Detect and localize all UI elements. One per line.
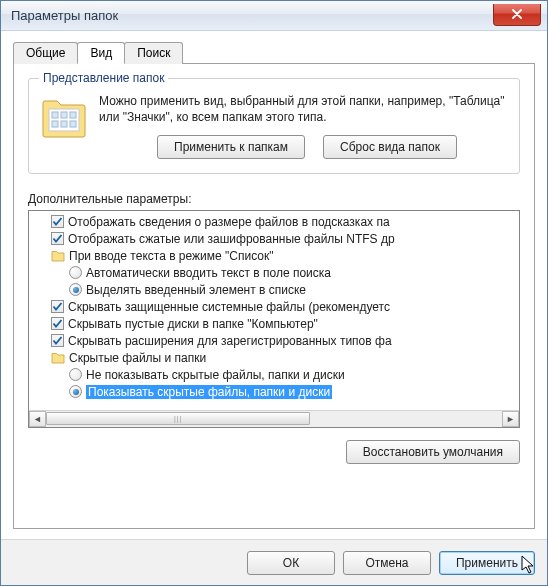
folder-options-dialog: Параметры папок Общие Вид Поиск Представ…: [0, 0, 548, 586]
titlebar[interactable]: Параметры папок: [1, 1, 547, 31]
apply-button[interactable]: Применить: [439, 551, 535, 575]
svg-rect-5: [61, 121, 67, 127]
checkbox[interactable]: [51, 334, 64, 347]
svg-rect-2: [61, 112, 67, 118]
checkbox[interactable]: [51, 232, 64, 245]
svg-rect-3: [70, 112, 76, 118]
tree-item-label: Скрывать расширения для зарегистрированн…: [68, 334, 392, 348]
radio[interactable]: [69, 266, 82, 279]
tree-row[interactable]: Скрывать пустые диски в папке "Компьютер…: [29, 315, 519, 332]
tree-item-label: Показывать скрытые файлы, папки и диски: [86, 385, 332, 399]
scroll-track[interactable]: |||: [46, 411, 502, 427]
horizontal-scrollbar[interactable]: ◄ ||| ►: [29, 410, 519, 427]
svg-rect-1: [52, 112, 58, 118]
radio[interactable]: [69, 283, 82, 296]
tab-panel-view: Представление папок Можно применить вид,…: [13, 63, 535, 529]
radio[interactable]: [69, 368, 82, 381]
close-icon: [511, 9, 523, 19]
folder-icon: [41, 97, 87, 139]
svg-rect-4: [52, 121, 58, 127]
apply-to-folders-button[interactable]: Применить к папкам: [157, 135, 305, 159]
tree-item-label: Скрывать защищенные системные файлы (рек…: [68, 300, 390, 314]
folder-view-desc: Можно применить вид, выбранный для этой …: [99, 93, 507, 125]
svg-rect-6: [70, 121, 76, 127]
window-title: Параметры папок: [11, 8, 118, 23]
tree-item-label: Отображать сведения о размере файлов в п…: [68, 215, 390, 229]
checkbox[interactable]: [51, 300, 64, 313]
folder-view-legend: Представление папок: [39, 71, 168, 85]
scroll-right-button[interactable]: ►: [502, 411, 519, 427]
tree-row[interactable]: Автоматически вводить текст в поле поиск…: [29, 264, 519, 281]
tab-search[interactable]: Поиск: [124, 42, 183, 64]
tree-row[interactable]: Отображать сведения о размере файлов в п…: [29, 213, 519, 230]
tree-item-label: Скрывать пустые диски в папке "Компьютер…: [68, 317, 318, 331]
tree-item-label: Автоматически вводить текст в поле поиск…: [86, 266, 331, 280]
advanced-tree[interactable]: Отображать сведения о размере файлов в п…: [28, 210, 520, 428]
restore-defaults-button[interactable]: Восстановить умолчания: [346, 440, 520, 464]
tree-row[interactable]: При вводе текста в режиме "Список": [29, 247, 519, 264]
tree-item-label: Выделять введенный элемент в списке: [86, 283, 306, 297]
ok-button[interactable]: ОК: [247, 551, 335, 575]
tab-general[interactable]: Общие: [13, 42, 78, 64]
tree-row[interactable]: Не показывать скрытые файлы, папки и дис…: [29, 366, 519, 383]
tree-item-label: При вводе текста в режиме "Список": [69, 249, 274, 263]
checkbox[interactable]: [51, 215, 64, 228]
tree-row[interactable]: Отображать сжатые или зашифрованные файл…: [29, 230, 519, 247]
tab-view[interactable]: Вид: [77, 42, 125, 64]
tree-row[interactable]: Скрывать защищенные системные файлы (рек…: [29, 298, 519, 315]
content-area: Общие Вид Поиск Представление папок: [1, 31, 547, 539]
folder-view-group: Представление папок Можно применить вид,…: [28, 78, 520, 174]
folder-icon: [51, 250, 65, 262]
tree-item-label: Скрытые файлы и папки: [69, 351, 206, 365]
dialog-footer: ОК Отмена Применить: [1, 539, 547, 585]
tree-row[interactable]: Скрытые файлы и папки: [29, 349, 519, 366]
close-button[interactable]: [493, 4, 541, 26]
radio[interactable]: [69, 385, 82, 398]
tree-row[interactable]: Показывать скрытые файлы, папки и диски: [29, 383, 519, 400]
tree-row[interactable]: Скрывать расширения для зарегистрированн…: [29, 332, 519, 349]
scroll-thumb[interactable]: |||: [46, 412, 310, 425]
advanced-label: Дополнительные параметры:: [28, 192, 520, 206]
cancel-button[interactable]: Отмена: [343, 551, 431, 575]
scroll-left-button[interactable]: ◄: [29, 411, 46, 427]
folder-icon: [51, 352, 65, 364]
tree-row[interactable]: Выделять введенный элемент в списке: [29, 281, 519, 298]
tabs: Общие Вид Поиск: [13, 41, 535, 63]
tree-item-label: Не показывать скрытые файлы, папки и дис…: [86, 368, 345, 382]
tree-item-label: Отображать сжатые или зашифрованные файл…: [68, 232, 395, 246]
checkbox[interactable]: [51, 317, 64, 330]
reset-folders-button[interactable]: Сброс вида папок: [323, 135, 457, 159]
